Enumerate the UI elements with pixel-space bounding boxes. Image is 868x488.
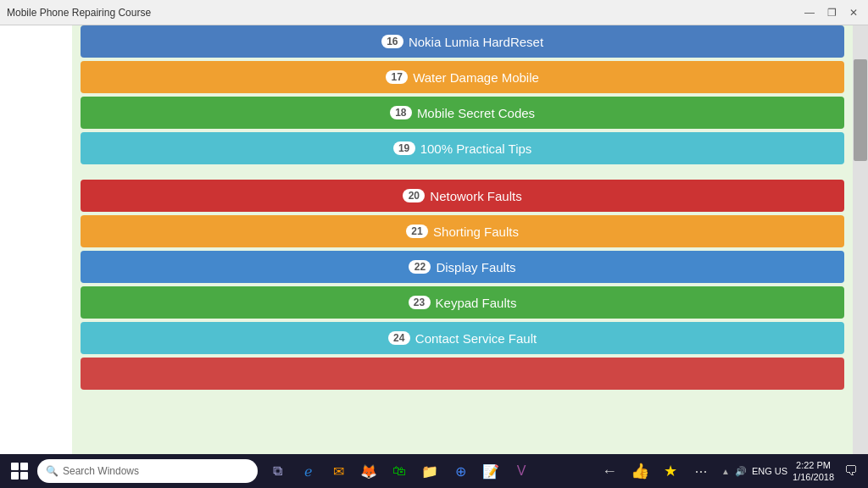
label-item21: Shorting Faults <box>433 225 519 239</box>
badge-item19: 19 <box>393 141 415 155</box>
badge-item16: 16 <box>381 35 403 48</box>
menu-item-item20[interactable]: 20Netowork Faults <box>81 180 844 212</box>
task-view-icon[interactable]: ⧉ <box>264 457 290 485</box>
store-icon[interactable]: 🛍 <box>387 457 412 485</box>
folder-icon[interactable]: 📁 <box>417 457 442 485</box>
label-item16: Nokia Lumia HardReset <box>409 35 543 49</box>
badge-item21: 21 <box>406 225 428 238</box>
menu-item-item22[interactable]: 22Display Faults <box>81 251 844 283</box>
menu-item-item23[interactable]: 23Keypad Faults <box>81 286 844 319</box>
speaker-icon[interactable]: 🔊 <box>735 466 747 477</box>
search-bar[interactable]: 🔍 Search Windows <box>37 459 258 483</box>
menu-item-item24[interactable]: 24Contact Service Fault <box>81 322 844 354</box>
badge-item23: 23 <box>409 296 431 309</box>
badge-item18: 18 <box>390 106 412 119</box>
window-title: Mobile Phone Repairing Course <box>7 7 151 19</box>
label-item22: Display Faults <box>436 260 515 274</box>
more-button[interactable]: ··· <box>687 458 715 485</box>
label-item20: Netowork Faults <box>430 189 521 203</box>
next-item-partial[interactable] <box>81 358 844 390</box>
label-item17: Water Damage Mobile <box>413 70 539 85</box>
search-label: Search Windows <box>63 465 139 477</box>
vs-icon[interactable]: V <box>509 457 534 485</box>
search-icon: 🔍 <box>46 465 58 477</box>
star-button[interactable]: ★ <box>657 458 684 485</box>
badge-item17: 17 <box>386 70 408 84</box>
chrome-icon[interactable]: ⊕ <box>448 457 473 485</box>
firefox-icon[interactable]: 🦊 <box>356 457 381 485</box>
label-item23: Keypad Faults <box>436 296 517 310</box>
spacer <box>81 168 844 180</box>
menu-item-item21[interactable]: 21Shorting Faults <box>81 215 844 247</box>
start-button[interactable] <box>5 457 34 485</box>
back-button[interactable]: ← <box>596 458 623 485</box>
ie-icon[interactable]: ℯ <box>295 457 320 485</box>
window-controls: — ❐ ✕ <box>802 5 861 20</box>
content-area: 16Nokia Lumia HardReset17Water Damage Mo… <box>72 25 853 454</box>
thumbs-up-button[interactable]: 👍 <box>626 458 654 485</box>
windows-logo-icon <box>11 463 28 480</box>
badge-item22: 22 <box>409 260 431 274</box>
label-item24: Contact Service Fault <box>415 331 537 346</box>
scrollbar[interactable] <box>853 25 868 454</box>
language-indicator: ENG US <box>752 466 787 476</box>
browser-nav: ← 👍 ★ ··· <box>596 458 715 485</box>
sticky-icon[interactable]: 📝 <box>478 457 504 485</box>
menu-list: 16Nokia Lumia HardReset17Water Damage Mo… <box>81 25 844 354</box>
close-button[interactable]: ✕ <box>846 5 861 20</box>
minimize-button[interactable]: — <box>802 5 817 20</box>
notification-button[interactable]: 🗨 <box>839 459 863 483</box>
clock: 2:22 PM 1/16/2018 <box>793 459 834 484</box>
menu-item-item16[interactable]: 16Nokia Lumia HardReset <box>81 25 844 58</box>
taskbar: 🔍 Search Windows ⧉ ℯ ✉ 🦊 🛍 📁 ⊕ 📝 V ← 👍 ★… <box>0 454 868 488</box>
label-item19: 100% Practical Tips <box>420 141 532 156</box>
email-icon[interactable]: ✉ <box>326 457 351 485</box>
title-bar: Mobile Phone Repairing Course — ❐ ✕ <box>0 0 868 25</box>
scrollbar-thumb[interactable] <box>854 59 867 161</box>
taskbar-pinned-icons: ⧉ ℯ ✉ 🦊 🛍 📁 ⊕ 📝 V <box>264 457 534 485</box>
main-window: 16Nokia Lumia HardReset17Water Damage Mo… <box>0 25 868 454</box>
badge-item20: 20 <box>403 189 425 202</box>
menu-item-item18[interactable]: 18Mobile Secret Codes <box>81 97 844 129</box>
system-tray: ▲ 🔊 ENG US 2:22 PM 1/16/2018 🗨 <box>721 459 863 484</box>
badge-item24: 24 <box>388 331 410 345</box>
menu-item-item17[interactable]: 17Water Damage Mobile <box>81 61 844 93</box>
label-item18: Mobile Secret Codes <box>417 106 535 120</box>
left-sidebar <box>0 25 72 454</box>
menu-item-item19[interactable]: 19100% Practical Tips <box>81 132 844 164</box>
taskbar-right: ← 👍 ★ ··· ▲ 🔊 ENG US 2:22 PM 1/16/2018 🗨 <box>596 458 863 485</box>
tray-up-arrow[interactable]: ▲ <box>721 467 730 476</box>
restore-button[interactable]: ❐ <box>824 5 839 20</box>
